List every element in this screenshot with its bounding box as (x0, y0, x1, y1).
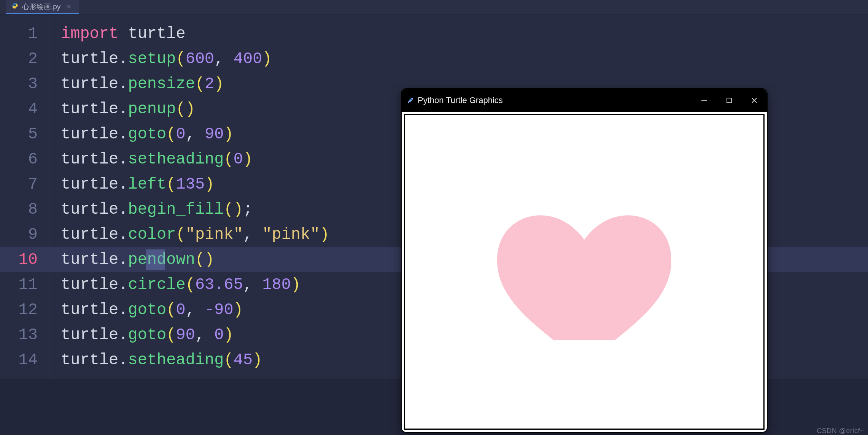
turtle-graphics-window[interactable]: Python Turtle Graphics (402, 89, 767, 432)
line-number: 10 (0, 247, 38, 272)
pink-heart-shape (497, 181, 672, 340)
turtle-canvas (404, 114, 765, 430)
code-line[interactable]: turtle.goto(0, -90) (61, 297, 329, 322)
watermark: CSDN @ericf~ (817, 427, 864, 435)
tab-bar: 心形绘画.py × (0, 0, 868, 14)
maximize-button[interactable] (717, 89, 742, 112)
terminal-output-line: 配置\python.exe C:\Users\86177\Desk (0, 433, 868, 435)
code-line[interactable]: turtle.circle(63.65, 180) (61, 272, 329, 297)
line-number: 3 (0, 71, 38, 97)
line-number: 8 (0, 197, 38, 222)
code-line[interactable]: turtle.penup() (61, 97, 329, 122)
close-tab-button[interactable]: × (67, 2, 71, 11)
feather-icon (407, 97, 414, 104)
line-number: 4 (0, 97, 38, 122)
code-line[interactable]: turtle.left(135) (61, 172, 329, 197)
line-number: 9 (0, 222, 38, 247)
code-line[interactable]: turtle.pensize(2) (61, 71, 329, 97)
python-file-icon (11, 2, 18, 11)
code-line[interactable]: turtle.color("pink", "pink") (61, 222, 329, 247)
line-number-gutter: 1234567891011121314 (0, 14, 49, 379)
window-titlebar[interactable]: Python Turtle Graphics (402, 89, 767, 112)
code-line[interactable]: turtle.pendown() (61, 247, 329, 272)
code-line[interactable]: turtle.goto(0, 90) (61, 122, 329, 147)
line-number: 13 (0, 322, 38, 348)
line-number: 1 (0, 21, 38, 46)
code-line[interactable]: import turtle (61, 21, 329, 46)
code-line[interactable]: turtle.begin_fill(); (61, 197, 329, 222)
code-area[interactable]: import turtleturtle.setup(600, 400)turtl… (49, 14, 329, 379)
code-line[interactable]: turtle.goto(90, 0) (61, 322, 329, 348)
line-number: 2 (0, 46, 38, 71)
line-number: 5 (0, 122, 38, 147)
line-number: 12 (0, 297, 38, 322)
line-number: 7 (0, 172, 38, 197)
svg-rect-1 (727, 98, 731, 103)
code-line[interactable]: turtle.setup(600, 400) (61, 46, 329, 71)
line-number: 11 (0, 272, 38, 297)
file-tab[interactable]: 心形绘画.py × (6, 0, 79, 14)
code-line[interactable]: turtle.setheading(45) (61, 348, 329, 373)
window-title: Python Turtle Graphics (418, 95, 503, 105)
minimize-button[interactable] (692, 89, 717, 112)
close-button[interactable] (742, 89, 767, 112)
line-number: 6 (0, 147, 38, 172)
line-number: 14 (0, 348, 38, 373)
file-tab-name: 心形绘画.py (22, 2, 60, 12)
code-line[interactable]: turtle.setheading(0) (61, 147, 329, 172)
